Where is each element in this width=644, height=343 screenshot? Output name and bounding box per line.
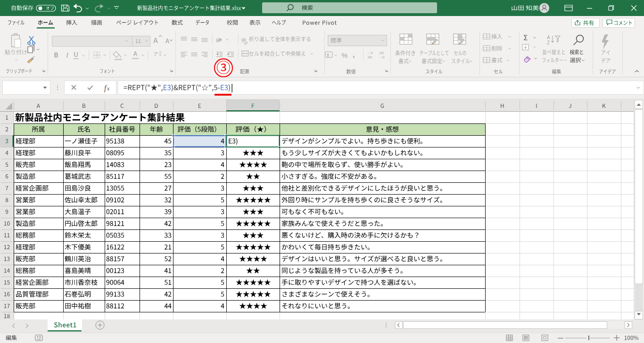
svg-text:A: A — [547, 35, 550, 40]
svg-text:.00: .00 — [379, 51, 384, 55]
svg-text:←0: ←0 — [367, 51, 373, 55]
svg-text:.00: .00 — [367, 55, 372, 59]
svg-text:ab: ab — [241, 37, 246, 42]
svg-text:I: I — [66, 51, 69, 59]
svg-text:$: $ — [327, 53, 329, 57]
svg-text:%: % — [341, 51, 347, 59]
svg-text:→0: →0 — [379, 55, 385, 59]
svg-text:,: , — [353, 50, 355, 59]
svg-text:x: x — [107, 85, 110, 92]
svg-text:Z: Z — [547, 40, 550, 45]
